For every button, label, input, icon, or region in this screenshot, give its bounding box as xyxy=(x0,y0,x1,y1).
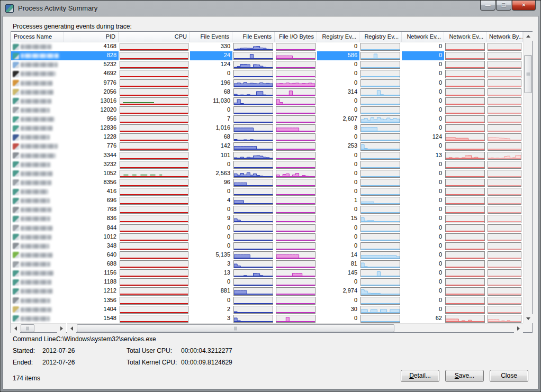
cell-reg[interactable]: 15 xyxy=(317,214,359,223)
cell-pid[interactable]: 4168 xyxy=(64,42,119,51)
horizontal-scrollbar[interactable] xyxy=(67,323,523,332)
cell-pid[interactable]: 8356 xyxy=(64,178,119,187)
cell-file[interactable]: 101 xyxy=(190,151,232,160)
cell-pid[interactable]: 1356 xyxy=(64,296,119,305)
cell-net[interactable]: 0 xyxy=(402,124,444,133)
cell-net[interactable]: 0 xyxy=(402,79,444,88)
vertical-scrollbar[interactable] xyxy=(523,32,532,323)
table-row[interactable]: 6405,135140 xyxy=(11,251,523,260)
cell-file[interactable]: 142 xyxy=(190,142,232,151)
cell-reg[interactable]: 0 xyxy=(317,133,359,142)
table-row[interactable]: 348000 xyxy=(11,242,523,251)
table-row[interactable]: 1301611,03000 xyxy=(11,97,523,106)
horizontal-scroll-thumb[interactable] xyxy=(77,324,394,332)
cell-file[interactable]: 124 xyxy=(190,60,232,69)
cell-file[interactable]: 3 xyxy=(190,260,232,269)
cell-reg[interactable]: 0 xyxy=(317,79,359,88)
column-header-7[interactable]: Registry Ev... xyxy=(359,32,402,42)
cell-net[interactable]: 0 xyxy=(402,242,444,251)
cell-net[interactable]: 0 xyxy=(402,196,444,205)
cell-file[interactable]: 0 xyxy=(190,242,232,251)
cell-pid[interactable]: 4692 xyxy=(64,69,119,78)
cell-pid[interactable]: 1212 xyxy=(64,287,119,296)
table-row[interactable]: 2056683140 xyxy=(11,88,523,97)
table-row[interactable]: 128361,01680 xyxy=(11,124,523,133)
table-row[interactable]: 828245860 xyxy=(11,51,523,60)
process-name-cell[interactable] xyxy=(11,214,64,223)
cell-net[interactable]: 0 xyxy=(402,269,444,278)
table-row[interactable]: 4692000 xyxy=(11,69,523,78)
table-row[interactable]: 12020000 xyxy=(11,106,523,115)
scroll-down-button[interactable] xyxy=(524,314,533,323)
cell-reg[interactable]: 0 xyxy=(317,296,359,305)
cell-pid[interactable]: 1052 xyxy=(64,169,119,178)
cell-pid[interactable]: 12836 xyxy=(64,124,119,133)
table-row[interactable]: 416833000 xyxy=(11,42,523,51)
vertical-scroll-thumb[interactable] xyxy=(524,55,532,93)
cell-net[interactable]: 0 xyxy=(402,106,444,115)
process-name-cell[interactable] xyxy=(11,178,64,187)
cell-reg[interactable]: 0 xyxy=(317,97,359,106)
cell-file[interactable]: 0 xyxy=(190,278,232,287)
cell-reg[interactable]: 0 xyxy=(317,151,359,160)
table-row[interactable]: 1356000 xyxy=(11,296,523,305)
cell-reg[interactable]: 586 xyxy=(317,51,359,60)
table-row[interactable]: 3232000 xyxy=(11,160,523,169)
cell-net[interactable]: 13 xyxy=(402,151,444,160)
minimize-button[interactable]: — xyxy=(480,1,495,11)
cell-pid[interactable]: 776 xyxy=(64,142,119,151)
cell-net[interactable]: 124 xyxy=(402,133,444,142)
scroll-left-button[interactable] xyxy=(67,324,76,333)
cell-reg[interactable]: 0 xyxy=(317,314,359,323)
cell-file[interactable]: 0 xyxy=(190,106,232,115)
cell-file[interactable]: 196 xyxy=(190,79,232,88)
process-name-cell[interactable] xyxy=(11,142,64,151)
name-column-scrollbar[interactable] xyxy=(11,323,66,332)
table-row[interactable]: 14042300 xyxy=(11,305,523,314)
process-name-cell[interactable] xyxy=(11,69,64,78)
cell-pid[interactable]: 1012 xyxy=(64,233,119,242)
cell-file[interactable]: 0 xyxy=(190,205,232,214)
table-row[interactable]: 977619600 xyxy=(11,79,523,88)
cell-pid[interactable]: 844 xyxy=(64,224,119,233)
cell-net[interactable]: 0 xyxy=(402,88,444,97)
cell-file[interactable]: 5,135 xyxy=(190,251,232,260)
cell-reg[interactable]: 145 xyxy=(317,269,359,278)
process-name-cell[interactable] xyxy=(11,97,64,106)
process-name-cell[interactable] xyxy=(11,269,64,278)
cell-net[interactable]: 0 xyxy=(402,97,444,106)
cell-pid[interactable]: 768 xyxy=(64,205,119,214)
cell-net[interactable]: 0 xyxy=(402,287,444,296)
process-name-cell[interactable] xyxy=(11,187,64,196)
process-name-cell[interactable] xyxy=(11,79,64,88)
process-name-cell[interactable] xyxy=(11,60,64,69)
process-name-cell[interactable] xyxy=(11,42,64,51)
cell-file[interactable]: 96 xyxy=(190,178,232,187)
scroll-right-button[interactable] xyxy=(57,324,66,333)
cell-file[interactable]: 0 xyxy=(190,296,232,305)
cell-pid[interactable]: 3232 xyxy=(64,160,119,169)
cell-file[interactable]: 68 xyxy=(190,88,232,97)
table-row[interactable]: 8369150 xyxy=(11,214,523,223)
cell-pid[interactable]: 640 xyxy=(64,251,119,260)
cell-net[interactable]: 0 xyxy=(402,51,444,60)
cell-file[interactable]: 0 xyxy=(190,187,232,196)
cell-net[interactable]: 0 xyxy=(402,115,444,124)
cell-pid[interactable]: 416 xyxy=(64,187,119,196)
cell-net[interactable]: 0 xyxy=(402,305,444,314)
cell-net[interactable]: 0 xyxy=(402,187,444,196)
table-row[interactable]: 10522,56300 xyxy=(11,169,523,178)
cell-file[interactable]: 1,016 xyxy=(190,124,232,133)
process-name-cell[interactable] xyxy=(11,151,64,160)
cell-reg[interactable]: 8 xyxy=(317,124,359,133)
cell-net[interactable]: 0 xyxy=(402,278,444,287)
cell-net[interactable]: 62 xyxy=(402,314,444,323)
column-header-9[interactable]: Network Ev... xyxy=(444,32,486,42)
cell-reg[interactable]: 0 xyxy=(317,160,359,169)
column-header-8[interactable]: Network Ev... xyxy=(402,32,444,42)
cell-reg[interactable]: 0 xyxy=(317,224,359,233)
column-header-2[interactable]: CPU xyxy=(119,32,190,42)
cell-file[interactable]: 2,563 xyxy=(190,169,232,178)
cell-pid[interactable]: 1404 xyxy=(64,305,119,314)
cell-reg[interactable]: 0 xyxy=(317,205,359,214)
